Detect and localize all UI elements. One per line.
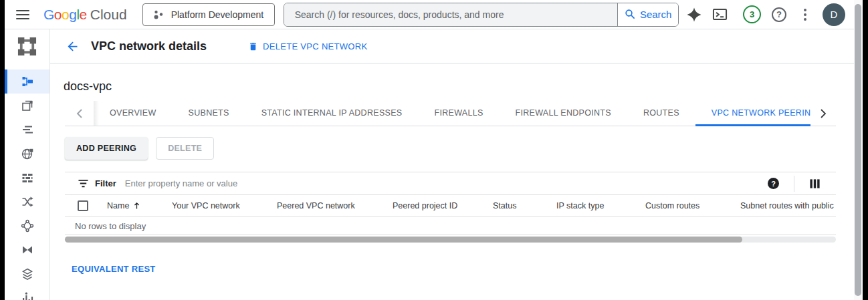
sort-ascending-icon: [132, 201, 141, 210]
back-arrow-icon: [66, 39, 80, 53]
horizontal-scrollbar-thumb[interactable]: [65, 237, 742, 243]
tab-overview[interactable]: OVERVIEW: [94, 101, 173, 126]
delete-vpc-network-label: DELETE VPC NETWORK: [263, 41, 367, 51]
search-icon: [624, 8, 637, 21]
peering-actions: ADD PEERING DELETE: [65, 137, 214, 160]
project-selector-button[interactable]: Platform Development: [142, 3, 275, 26]
sidebar-item-bring-your-own-ip[interactable]: [5, 118, 49, 142]
google-cloud-logo[interactable]: Google Cloud: [43, 7, 127, 23]
avatar[interactable]: D: [823, 3, 845, 26]
tabs-scroll-left-button[interactable]: [65, 101, 94, 126]
logo-letter: g: [69, 7, 76, 23]
project-name: Platform Development: [171, 9, 264, 20]
gcp-console-window: Google Cloud Platform Development Search: [0, 0, 868, 300]
vpc-network-product-icon: [16, 35, 38, 57]
more-vert-icon[interactable]: [798, 7, 812, 22]
sidebar-item-packet-mirroring[interactable]: [5, 286, 49, 300]
empty-message: No rows to display: [75, 221, 146, 231]
tabs: OVERVIEW SUBNETS STATIC INTERNAL IP ADDR…: [94, 101, 810, 126]
help-glyph: ?: [776, 9, 782, 19]
equivalent-rest-link[interactable]: EQUIVALENT REST: [72, 264, 156, 274]
filter-help-glyph: ?: [771, 180, 776, 188]
notification-count: 3: [750, 9, 754, 19]
back-button[interactable]: [66, 39, 80, 53]
sidebar-item-ip-addresses[interactable]: [5, 94, 49, 118]
vpc-product-icon-box: [5, 29, 50, 63]
delete-vpc-network-button[interactable]: DELETE VPC NETWORK: [248, 41, 367, 52]
add-peering-button[interactable]: ADD PEERING: [65, 137, 148, 160]
bring-your-own-ip-icon: [21, 123, 34, 136]
filter-icon: [78, 178, 89, 188]
help-icon[interactable]: ?: [772, 7, 786, 22]
tab-strip: OVERVIEW SUBNETS STATIC INTERNAL IP ADDR…: [65, 101, 836, 126]
global-search: Search: [284, 3, 679, 27]
delete-peering-button[interactable]: DELETE: [156, 137, 214, 160]
column-header-name[interactable]: Name: [107, 201, 172, 210]
column-header-peered-project-id[interactable]: Peered project ID: [393, 201, 493, 210]
filter-help-icon[interactable]: ?: [768, 178, 779, 189]
filter-divider: [794, 176, 794, 192]
tab-firewall-endpoints[interactable]: FIREWALL ENDPOINTS: [500, 101, 627, 126]
logo-letter: o: [62, 7, 69, 23]
header-checkbox-cell: [65, 200, 107, 211]
logo-letter: e: [80, 7, 87, 23]
sidebar-item-firewall[interactable]: [5, 166, 49, 190]
table-empty-row: No rows to display: [65, 217, 836, 235]
tab-subnets[interactable]: SUBNETS: [173, 101, 245, 126]
left-edge-strip: [0, 0, 5, 300]
tabs-scroll-right-button[interactable]: [810, 101, 836, 126]
search-input[interactable]: [284, 3, 617, 26]
sidebar-item-serverless-vpc-access[interactable]: [5, 262, 49, 286]
search-button-label: Search: [640, 9, 672, 20]
chevron-right-icon: [821, 109, 827, 118]
logo-letter: G: [43, 7, 54, 23]
tab-static-internal-ip-addresses[interactable]: STATIC INTERNAL IP ADDRESSES: [245, 101, 419, 126]
filter-label: Filter: [95, 178, 116, 188]
column-header-custom-routes[interactable]: Custom routes: [645, 201, 740, 210]
sidebar-item-internal-ranges[interactable]: [5, 142, 49, 166]
sidebar-item-vpc-networks[interactable]: [5, 69, 49, 94]
packet-mirroring-icon: [21, 291, 34, 300]
column-header-peered-vpc-network[interactable]: Peered VPC network: [277, 201, 393, 210]
vpc-network-peering-icon: [21, 219, 34, 233]
peering-table-card: Filter ? Nam: [65, 172, 836, 275]
tab-firewalls[interactable]: FIREWALLS: [418, 101, 499, 126]
logo-cloud-text: Cloud: [90, 7, 127, 23]
column-header-subnet-routes[interactable]: Subnet routes with public IPv4: [740, 201, 836, 210]
network-name: docs-vpc: [64, 80, 112, 94]
column-display-options-icon[interactable]: [809, 178, 821, 189]
gemini-icon[interactable]: [686, 7, 702, 23]
column-header-your-vpc-network[interactable]: Your VPC network: [172, 201, 277, 210]
sidebar-item-shared-vpc[interactable]: [5, 238, 49, 262]
filter-input[interactable]: [125, 178, 768, 188]
chevron-left-icon: [76, 109, 82, 118]
select-all-checkbox[interactable]: [78, 200, 88, 211]
sidebar-item-vpc-network-peering[interactable]: [5, 214, 49, 238]
topbar-icon-group: 3 ? D: [686, 3, 845, 26]
logo-letter: o: [54, 7, 62, 23]
notifications-badge[interactable]: 3: [743, 5, 761, 23]
column-header-ip-stack-type[interactable]: IP stack type: [556, 201, 645, 210]
sidebar-item-routes[interactable]: [5, 190, 49, 214]
page-header: VPC network details DELETE VPC NETWORK: [5, 29, 863, 63]
column-header-status[interactable]: Status: [493, 201, 556, 210]
avatar-initial: D: [831, 9, 838, 20]
menu-icon[interactable]: [16, 10, 29, 19]
horizontal-scrollbar: [65, 237, 836, 243]
right-edge-strip: [863, 0, 868, 300]
vertical-scrollbar: [854, 0, 863, 300]
vertical-scrollbar-thumb[interactable]: [855, 4, 861, 296]
routes-icon: [21, 195, 34, 208]
project-icon: [152, 9, 165, 21]
vpc-sidebar-nav: [5, 63, 50, 300]
search-button[interactable]: Search: [617, 3, 678, 26]
page-title: VPC network details: [91, 39, 207, 53]
serverless-vpc-access-icon: [21, 267, 34, 281]
tab-vpc-network-peering[interactable]: VPC NETWORK PEERING: [695, 101, 810, 126]
cloud-shell-icon[interactable]: [712, 6, 728, 23]
tabs-left-fade: [94, 101, 99, 126]
top-app-bar: Google Cloud Platform Development Search: [5, 0, 863, 29]
tab-routes[interactable]: ROUTES: [627, 101, 695, 126]
firewall-icon: [21, 171, 34, 184]
tabs-viewport: OVERVIEW SUBNETS STATIC INTERNAL IP ADDR…: [94, 101, 810, 126]
